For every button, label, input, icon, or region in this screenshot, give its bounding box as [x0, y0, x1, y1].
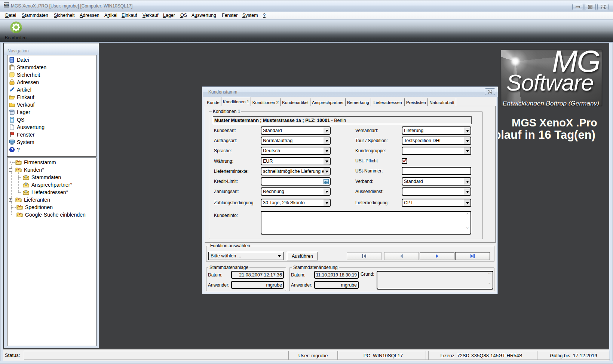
svg-text:?: ?: [11, 148, 13, 152]
